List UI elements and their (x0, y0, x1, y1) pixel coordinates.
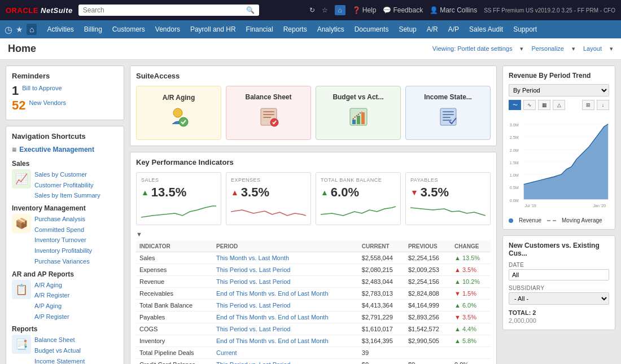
exec-link[interactable]: Executive Management (19, 146, 94, 154)
nav-vendors[interactable]: Vendors (151, 20, 185, 38)
suite-card-ar-aging[interactable]: A/R Aging (136, 86, 221, 140)
revenue-chart-panel: Revenue By Period Trend By Period 〜 ∿ ▦ … (502, 65, 615, 230)
kpi-table-row: Revenue This Period vs. Last Period $2,4… (136, 276, 491, 288)
subsidiary-select[interactable]: - All - (509, 292, 609, 305)
nav-ar[interactable]: A/R (422, 20, 443, 38)
ar-icon: 📋 (12, 280, 31, 299)
sales-by-item-link[interactable]: Sales by Item Summary (34, 190, 100, 201)
kpi-previous: $2,893,256 (405, 312, 451, 323)
ap-aging-link[interactable]: A/P Aging (34, 301, 69, 312)
home-nav-icon[interactable]: ⌂ (27, 24, 37, 35)
page-header: Home Viewing: Portlet date settings ▾ Pe… (0, 38, 621, 60)
sales-by-customer-link[interactable]: Sales by Customer (34, 169, 100, 180)
customer-profitability-link[interactable]: Customer Profitability (34, 180, 100, 191)
nav-icon-group: ◷ ★ ⌂ (5, 24, 37, 35)
budget-vs-actual-link[interactable]: Budget vs Actual (34, 345, 94, 356)
chart-line-icon[interactable]: 〜 (509, 100, 521, 110)
kpi-period[interactable]: Current (213, 347, 358, 359)
nav-customers[interactable]: Customers (108, 20, 150, 38)
filter-arrow-icon[interactable]: ▼ (136, 231, 142, 238)
nav-reports[interactable]: Reports (279, 20, 312, 38)
kpi-period[interactable]: This Period vs. Last Period (213, 359, 358, 365)
kpi-indicator: Expenses (136, 264, 213, 276)
nav-shortcuts-panel: Navigation Shortcuts ≡ Executive Managem… (6, 126, 124, 364)
kpi-table-row: Credit Card Balance This Period vs. Last… (136, 359, 491, 365)
date-input[interactable] (509, 269, 609, 280)
chart-zoom-icon[interactable]: ⊞ (582, 100, 594, 110)
ap-register-link[interactable]: A/P Register (34, 312, 69, 322)
kpi-current: $1,610,017 (358, 323, 405, 335)
bookmark-icon[interactable]: ☆ (322, 6, 328, 14)
nav-shortcuts-title: Navigation Shortcuts (12, 132, 118, 141)
home-icon[interactable]: ⌂ (335, 5, 346, 15)
inventory-turnover-link[interactable]: Inventory Turnover (34, 235, 92, 245)
right-panel: Revenue By Period Trend By Period 〜 ∿ ▦ … (502, 65, 615, 364)
ar-register-link[interactable]: A/R Register (34, 290, 69, 301)
reminder-label-1[interactable]: Bill to Approve (22, 85, 62, 91)
chart-bar-icon[interactable]: ▦ (538, 100, 550, 110)
committed-spend-link[interactable]: Committed Spend (34, 225, 92, 235)
kpi-period[interactable]: This Period vs. Last Period (213, 276, 358, 288)
nav-setup[interactable]: Setup (394, 20, 421, 38)
layout-link[interactable]: Layout (583, 45, 602, 52)
nav-payroll[interactable]: Payroll and HR (186, 20, 240, 38)
kpi-period[interactable]: End of This Month vs. End of Last Month (213, 335, 358, 347)
nav-activities[interactable]: Activities (42, 20, 78, 38)
kpi-change: ▼ 3.5% (451, 312, 491, 323)
viewing-portlet-link[interactable]: Viewing: Portlet date settings (432, 45, 513, 52)
purchase-analysis-link[interactable]: Purchase Analysis (34, 214, 92, 225)
nav-analytics[interactable]: Analytics (313, 20, 349, 38)
chart-wave-icon[interactable]: ∿ (523, 100, 536, 110)
inventory-profitability-link[interactable]: Inventory Profitability (34, 245, 92, 256)
chart-download-icon[interactable]: ↓ (597, 100, 609, 110)
svg-rect-9 (357, 116, 360, 124)
revenue-legend-label: Revenue (519, 217, 541, 223)
nav-support[interactable]: Support (509, 20, 541, 38)
svg-text:2.5M: 2.5M (510, 136, 519, 141)
personalize-link[interactable]: Personalize (531, 45, 563, 52)
nav-ap[interactable]: A/P (444, 20, 463, 38)
payables-arrow: ▼ (410, 188, 418, 197)
sales-group-title: Sales (12, 160, 118, 168)
suite-card-balance[interactable]: Balance Sheet (226, 86, 311, 140)
kpi-period[interactable]: End of This Month vs. End of Last Month (213, 288, 358, 300)
kpi-table-row: Sales This Month vs. Last Month $2,558,0… (136, 252, 491, 264)
kpi-period[interactable]: This Period vs. Last Period (213, 300, 358, 312)
nav-billing[interactable]: Billing (80, 20, 107, 38)
kpi-period[interactable]: End of This Month vs. End of Last Month (213, 312, 358, 323)
suite-card-budget-title: Budget vs Act... (333, 93, 383, 101)
svg-rect-5 (263, 117, 271, 118)
nav-sales-audit[interactable]: Sales Audit (465, 20, 508, 38)
nav-documents[interactable]: Documents (350, 20, 393, 38)
search-input[interactable] (83, 6, 244, 14)
suite-card-budget[interactable]: Budget vs Act... (316, 86, 401, 140)
kpi-period[interactable]: This Period vs. Last Period (213, 323, 358, 335)
income-statement-link[interactable]: Income Statement (34, 356, 94, 364)
nav-financial[interactable]: Financial (242, 20, 278, 38)
reminder-label-2[interactable]: New Vendors (29, 99, 65, 106)
kpi-card-bank: TOTAL BANK BALANCE ▲ 6.0% (316, 172, 401, 225)
recent-icon[interactable]: ◷ (5, 24, 12, 35)
user-menu[interactable]: 👤 Marc Collins (430, 6, 477, 14)
feedback-link[interactable]: 💬 Feedback (383, 6, 423, 14)
purchase-variances-link[interactable]: Purchase Variances (34, 256, 92, 267)
svg-text:Jul '19: Jul '19 (524, 204, 536, 208)
kpi-period[interactable]: This Period vs. Last Period (213, 264, 358, 276)
help-link[interactable]: ❓ Help (352, 6, 377, 14)
period-select[interactable]: By Period (509, 84, 609, 97)
top-icons: ↻ ☆ ⌂ ❓ Help 💬 Feedback 👤 Marc Collins S… (309, 5, 616, 15)
kpi-expenses-value: ▲ 3.5% (231, 185, 306, 200)
ar-group: 📋 A/R Aging A/R Register A/P Aging A/P R… (12, 280, 118, 322)
kpi-panel: Key Performance Indicators SALES ▲ 13.5% (130, 152, 497, 364)
favorites-icon[interactable]: ★ (16, 25, 23, 34)
kpi-period[interactable]: This Month vs. Last Month (213, 252, 358, 264)
ar-aging-link[interactable]: A/R Aging (34, 280, 69, 291)
kpi-card-sales: SALES ▲ 13.5% (136, 172, 221, 225)
suite-card-income[interactable]: Income State... (405, 86, 491, 140)
chart-area-icon[interactable]: △ (553, 100, 565, 110)
search-icon[interactable]: 🔍 (246, 6, 255, 14)
kpi-previous: $2,254,156 (405, 252, 451, 264)
balance-sheet-link[interactable]: Balance Sheet (34, 335, 94, 345)
inv-icon: 📦 (12, 214, 31, 233)
refresh-icon[interactable]: ↻ (309, 6, 315, 14)
